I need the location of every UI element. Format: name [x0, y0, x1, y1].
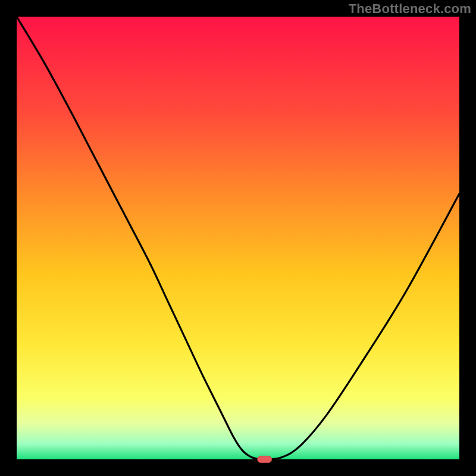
bottleneck-chart — [0, 0, 476, 476]
optimal-point-marker — [258, 456, 272, 462]
plot-background — [17, 17, 459, 459]
watermark-text: TheBottleneck.com — [349, 1, 471, 17]
